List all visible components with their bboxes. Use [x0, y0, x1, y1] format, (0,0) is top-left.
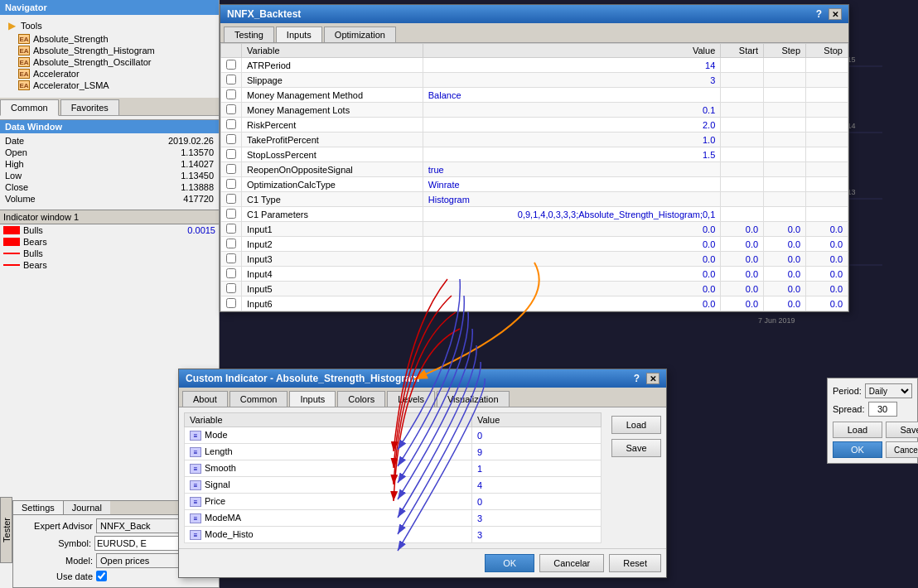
- row-stop-14[interactable]: 0.0: [806, 267, 848, 282]
- ci-tab-colors[interactable]: Colors: [337, 391, 385, 407]
- row-start-4[interactable]: [721, 118, 764, 133]
- row-checkbox-6[interactable]: [221, 147, 242, 162]
- row-checkbox-2[interactable]: [221, 88, 242, 103]
- row-value-0[interactable]: 14: [423, 58, 721, 73]
- row-stop-3[interactable]: [806, 103, 848, 118]
- row-checkbox-3[interactable]: [221, 103, 242, 118]
- row-value-1[interactable]: 3: [423, 73, 721, 88]
- tester-tab-settings[interactable]: Settings: [13, 501, 64, 514]
- question-icon[interactable]: ?: [813, 8, 825, 20]
- row-stop-8[interactable]: [806, 177, 848, 192]
- row-stop-16[interactable]: 0.0: [806, 296, 848, 311]
- ci-row-value-2[interactable]: 1: [471, 460, 601, 477]
- row-start-6[interactable]: [721, 147, 764, 162]
- row-step-7[interactable]: [764, 162, 806, 177]
- row-stop-12[interactable]: 0.0: [806, 237, 848, 252]
- row-checkbox-12[interactable]: [221, 237, 242, 252]
- row-value-10[interactable]: 0,9,1,4,0,3,3,3;Absolute_Strength_Histog…: [423, 207, 721, 222]
- row-start-9[interactable]: [721, 192, 764, 207]
- ci-row-value-0[interactable]: 0: [471, 427, 601, 444]
- row-checkbox-10[interactable]: [221, 207, 242, 222]
- row-step-12[interactable]: 0.0: [764, 237, 806, 252]
- row-start-5[interactable]: [721, 133, 764, 147]
- row-value-9[interactable]: Histogram: [423, 192, 721, 207]
- tester-tab-journal[interactable]: Journal: [64, 501, 110, 514]
- row-value-3[interactable]: 0.1: [423, 103, 721, 118]
- row-value-13[interactable]: 0.0: [423, 252, 721, 267]
- row-value-12[interactable]: 0.0: [423, 237, 721, 252]
- row-stop-11[interactable]: 0.0: [806, 222, 848, 237]
- row-step-15[interactable]: 0.0: [764, 282, 806, 296]
- ci-close-button[interactable]: ✕: [646, 373, 660, 384]
- tab-optimization[interactable]: Optimization: [324, 27, 396, 42]
- row-checkbox-11[interactable]: [221, 222, 242, 237]
- table-container[interactable]: Variable Value Start Step Stop ATRPeriod…: [220, 43, 848, 311]
- close-button[interactable]: ✕: [829, 8, 842, 20]
- row-stop-5[interactable]: [806, 133, 848, 147]
- row-stop-7[interactable]: [806, 162, 848, 177]
- load-button[interactable]: Load: [833, 422, 882, 438]
- ci-load-button[interactable]: Load: [611, 416, 661, 434]
- ci-row-value-6[interactable]: 3: [471, 527, 601, 543]
- row-value-5[interactable]: 1.0: [423, 133, 721, 147]
- tab-favorites[interactable]: Favorites: [60, 99, 119, 115]
- row-stop-13[interactable]: 0.0: [806, 252, 848, 267]
- row-step-13[interactable]: 0.0: [764, 252, 806, 267]
- ci-tab-visualization[interactable]: Visualization: [437, 391, 510, 407]
- row-start-3[interactable]: [721, 103, 764, 118]
- save-button[interactable]: Save: [886, 422, 918, 438]
- row-value-15[interactable]: 0.0: [423, 282, 721, 296]
- row-checkbox-1[interactable]: [221, 73, 242, 88]
- row-checkbox-9[interactable]: [221, 192, 242, 207]
- row-start-10[interactable]: [721, 207, 764, 222]
- row-start-13[interactable]: 0.0: [721, 252, 764, 267]
- row-checkbox-5[interactable]: [221, 133, 242, 147]
- row-step-16[interactable]: 0.0: [764, 296, 806, 311]
- ok-button[interactable]: OK: [833, 441, 882, 458]
- row-checkbox-16[interactable]: [221, 296, 242, 311]
- row-step-8[interactable]: [764, 177, 806, 192]
- row-start-12[interactable]: 0.0: [721, 237, 764, 252]
- ci-row-value-1[interactable]: 9: [471, 444, 601, 460]
- ci-row-value-4[interactable]: 0: [471, 494, 601, 510]
- row-start-11[interactable]: 0.0: [721, 222, 764, 237]
- row-start-8[interactable]: [721, 177, 764, 192]
- nav-item-absolute-strength[interactable]: EA Absolute_Strength: [17, 33, 215, 45]
- row-value-6[interactable]: 1.5: [423, 147, 721, 162]
- row-checkbox-0[interactable]: [221, 58, 242, 73]
- row-checkbox-7[interactable]: [221, 162, 242, 177]
- tab-common[interactable]: Common: [0, 99, 59, 116]
- row-step-4[interactable]: [764, 118, 806, 133]
- row-stop-2[interactable]: [806, 88, 848, 103]
- row-start-14[interactable]: 0.0: [721, 267, 764, 282]
- row-step-6[interactable]: [764, 147, 806, 162]
- row-value-2[interactable]: Balance: [423, 88, 721, 103]
- nav-item-tools[interactable]: ▶ Tools: [3, 18, 215, 33]
- ci-cancel-button[interactable]: Cancelar: [539, 554, 604, 572]
- row-stop-9[interactable]: [806, 192, 848, 207]
- row-step-9[interactable]: [764, 192, 806, 207]
- ci-row-value-3[interactable]: 4: [471, 477, 601, 494]
- row-checkbox-4[interactable]: [221, 118, 242, 133]
- ci-row-value-5[interactable]: 3: [471, 510, 601, 527]
- row-checkbox-13[interactable]: [221, 252, 242, 267]
- row-start-0[interactable]: [721, 58, 764, 73]
- row-start-1[interactable]: [721, 73, 764, 88]
- row-checkbox-14[interactable]: [221, 267, 242, 282]
- ci-tab-inputs[interactable]: Inputs: [289, 391, 336, 407]
- cancel-button[interactable]: Cancelar: [886, 441, 918, 458]
- row-stop-4[interactable]: [806, 118, 848, 133]
- nav-item-abs-osc[interactable]: EA Absolute_Strength_Oscillator: [17, 56, 215, 68]
- row-stop-10[interactable]: [806, 207, 848, 222]
- ci-ok-button[interactable]: OK: [485, 554, 534, 572]
- nav-item-accelerator-lsma[interactable]: EA Accelerator_LSMA: [17, 80, 215, 91]
- ci-reset-button[interactable]: Reset: [609, 554, 661, 572]
- row-step-1[interactable]: [764, 73, 806, 88]
- row-checkbox-15[interactable]: [221, 282, 242, 296]
- row-value-7[interactable]: true: [423, 162, 721, 177]
- ci-save-button[interactable]: Save: [611, 439, 661, 457]
- row-stop-15[interactable]: 0.0: [806, 282, 848, 296]
- row-stop-0[interactable]: [806, 58, 848, 73]
- row-checkbox-8[interactable]: [221, 177, 242, 192]
- row-start-15[interactable]: 0.0: [721, 282, 764, 296]
